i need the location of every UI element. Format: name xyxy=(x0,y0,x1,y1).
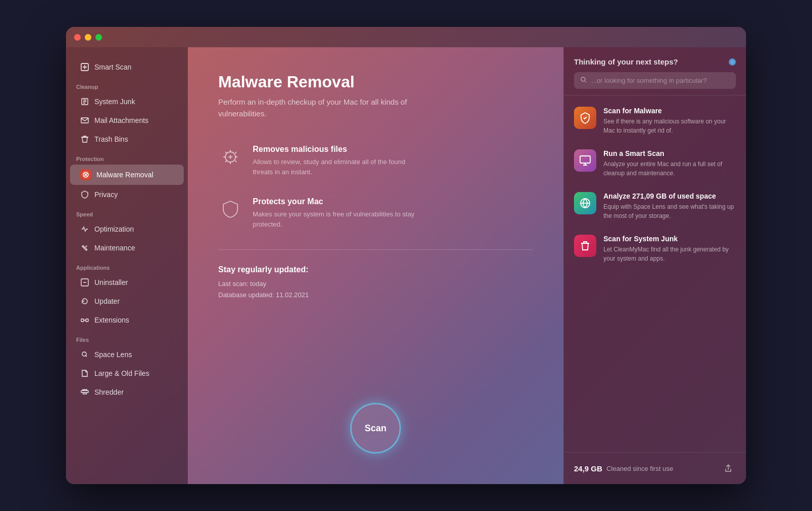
large-files-icon xyxy=(80,369,89,378)
smart-scan-text: Run a Smart Scan Analyze your entire Mac… xyxy=(603,149,736,178)
app-body: Smart Scan Cleanup System Junk xyxy=(66,47,746,484)
sidebar-label-system-junk: System Junk xyxy=(94,98,135,106)
scan-button-container: Scan xyxy=(350,403,401,454)
panel-dot-icon xyxy=(729,58,736,66)
sidebar-item-trash-bins[interactable]: Trash Bins xyxy=(70,130,184,148)
scan-junk-text: Scan for System Junk Let CleanMyMac find… xyxy=(603,235,736,263)
smart-scan-icon xyxy=(80,62,89,72)
feature-protects-title: Protects your Mac xyxy=(253,197,425,206)
sidebar-label-large-files: Large & Old Files xyxy=(94,369,149,377)
shield-icon xyxy=(218,197,243,221)
sidebar-label-shredder: Shredder xyxy=(94,388,124,396)
scan-malware-text: Scan for Malware See if there is any mal… xyxy=(603,107,736,135)
page-title: Malware Removal xyxy=(218,73,533,91)
cleaned-gb: 24,9 GB xyxy=(574,464,602,473)
analyze-space-desc: Equip with Space Lens and see what's tak… xyxy=(603,202,736,220)
sidebar-item-uninstaller[interactable]: Uninstaller xyxy=(70,273,184,292)
scan-junk-desc: Let CleanMyMac find all the junk generat… xyxy=(603,245,736,263)
panel-item-scan-junk[interactable]: Scan for System Junk Let CleanMyMac find… xyxy=(564,228,746,270)
divider xyxy=(218,249,533,250)
smart-scan-title: Run a Smart Scan xyxy=(603,149,736,157)
sidebar-item-label: Smart Scan xyxy=(94,63,131,71)
sidebar-section-applications: Applications xyxy=(66,258,188,273)
scan-malware-title: Scan for Malware xyxy=(603,107,736,115)
malware-icon xyxy=(80,169,91,180)
feature-removes-malicious: Removes malicious files Allows to review… xyxy=(218,145,533,177)
malware-panel-icon xyxy=(574,107,596,129)
sidebar-section-cleanup: Cleanup xyxy=(66,77,188,92)
trash-icon xyxy=(80,135,89,144)
sidebar-item-extensions[interactable]: Extensions xyxy=(70,311,184,329)
main-content: Malware Removal Perform an in-depth chec… xyxy=(188,47,563,484)
search-placeholder-text: ...or looking for something in particula… xyxy=(591,77,707,84)
panel-item-scan-malware[interactable]: Scan for Malware See if there is any mal… xyxy=(564,100,746,142)
share-button[interactable] xyxy=(721,461,736,476)
system-junk-icon xyxy=(80,97,89,106)
feature-protects-desc: Makes sure your system is free of vulner… xyxy=(253,209,425,229)
privacy-icon xyxy=(80,190,89,199)
uninstaller-icon xyxy=(80,278,89,287)
last-scan-text: Last scan: today xyxy=(218,278,533,290)
panel-title-row: Thinking of your next steps? xyxy=(574,57,736,66)
sidebar-item-updater[interactable]: Updater xyxy=(70,292,184,310)
sidebar: Smart Scan Cleanup System Junk xyxy=(66,47,188,484)
page-subtitle: Perform an in-depth checkup of your Mac … xyxy=(218,97,421,119)
close-button[interactable] xyxy=(74,34,81,41)
footer-stats: 24,9 GB Cleaned since first use xyxy=(574,464,673,473)
app-window: Smart Scan Cleanup System Junk xyxy=(66,27,746,484)
feature-removes-title: Removes malicious files xyxy=(253,145,425,154)
sidebar-label-space-lens: Space Lens xyxy=(94,350,132,359)
sidebar-label-maintenance: Maintenance xyxy=(94,244,135,252)
optimization-icon xyxy=(80,225,89,234)
scan-malware-desc: See if there is any malicious software o… xyxy=(603,117,736,135)
sidebar-label-trash: Trash Bins xyxy=(94,135,128,143)
sidebar-label-malware: Malware Removal xyxy=(96,171,153,179)
smart-scan-panel-icon xyxy=(574,149,596,172)
space-panel-icon xyxy=(574,192,596,214)
panel-title-text: Thinking of your next steps? xyxy=(574,57,678,66)
sidebar-label-extensions: Extensions xyxy=(94,316,129,324)
svg-point-10 xyxy=(581,77,585,81)
maximize-button[interactable] xyxy=(95,34,102,41)
sidebar-item-optimization[interactable]: Optimization xyxy=(70,220,184,238)
database-updated-text: Database updated: 11.02.2021 xyxy=(218,290,533,301)
minimize-button[interactable] xyxy=(85,34,91,41)
junk-panel-icon xyxy=(574,235,596,257)
titlebar xyxy=(66,27,746,47)
shredder-icon xyxy=(80,388,89,397)
sidebar-item-mail-attachments[interactable]: Mail Attachments xyxy=(70,111,184,130)
right-panel: Thinking of your next steps? ...or looki… xyxy=(563,47,746,484)
sidebar-item-malware-removal[interactable]: Malware Removal xyxy=(70,165,184,185)
smart-scan-desc: Analyze your entire Mac and run a full s… xyxy=(603,159,736,178)
sidebar-item-space-lens[interactable]: Space Lens xyxy=(70,345,184,364)
sidebar-section-speed: Speed xyxy=(66,204,188,219)
sidebar-label-mail: Mail Attachments xyxy=(94,116,149,124)
panel-footer: 24,9 GB Cleaned since first use xyxy=(564,452,746,484)
sidebar-item-maintenance[interactable]: Maintenance xyxy=(70,239,184,257)
panel-item-analyze-space[interactable]: Analyze 271,09 GB of used space Equip wi… xyxy=(564,185,746,228)
sidebar-item-smart-scan[interactable]: Smart Scan xyxy=(70,58,184,76)
search-bar[interactable]: ...or looking for something in particula… xyxy=(574,72,736,89)
scan-junk-title: Scan for System Junk xyxy=(603,235,736,243)
maintenance-icon xyxy=(80,243,89,252)
space-lens-icon xyxy=(80,350,89,359)
scan-button[interactable]: Scan xyxy=(350,403,401,454)
panel-item-smart-scan[interactable]: Run a Smart Scan Analyze your entire Mac… xyxy=(564,142,746,185)
sidebar-section-protection: Protection xyxy=(66,149,188,164)
stay-updated-title: Stay regularly updated: xyxy=(218,265,533,274)
sidebar-item-shredder[interactable]: Shredder xyxy=(70,383,184,401)
sidebar-section-files: Files xyxy=(66,330,188,345)
extensions-icon xyxy=(80,315,89,325)
svg-rect-8 xyxy=(81,391,88,393)
sidebar-item-system-junk[interactable]: System Junk xyxy=(70,92,184,111)
sidebar-label-uninstaller: Uninstaller xyxy=(94,278,128,286)
svg-rect-5 xyxy=(81,319,84,322)
feature-removes-text: Removes malicious files Allows to review… xyxy=(253,145,425,177)
sidebar-item-privacy[interactable]: Privacy xyxy=(70,185,184,204)
analyze-space-text: Analyze 271,09 GB of used space Equip wi… xyxy=(603,192,736,220)
sidebar-label-privacy: Privacy xyxy=(94,190,118,199)
cleaned-label: Cleaned since first use xyxy=(606,465,673,472)
stay-updated-section: Stay regularly updated: Last scan: today… xyxy=(218,265,533,301)
sidebar-item-large-old-files[interactable]: Large & Old Files xyxy=(70,364,184,382)
svg-rect-6 xyxy=(86,319,88,322)
